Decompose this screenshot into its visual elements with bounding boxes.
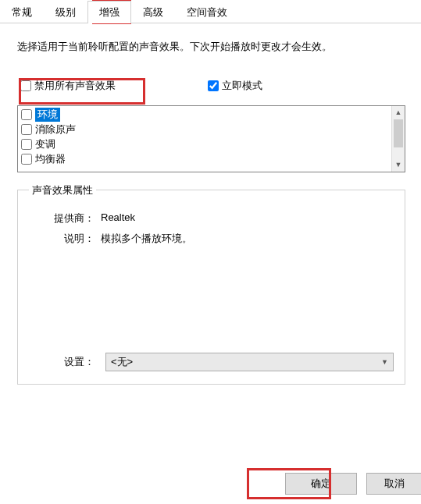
- scroll-thumb[interactable]: [394, 119, 403, 147]
- scroll-down-icon[interactable]: ▼: [392, 158, 405, 172]
- settings-row: 设置： <无> ▼: [29, 353, 394, 371]
- desc-row: 说明： 模拟多个播放环境。: [29, 232, 394, 246]
- disable-all-effects-input[interactable]: [20, 80, 31, 91]
- effects-list-inner: 环境 消除原声 变调 均衡器: [18, 106, 391, 172]
- tab-levels[interactable]: 级别: [44, 1, 87, 23]
- scroll-up-icon[interactable]: ▲: [392, 106, 405, 119]
- provider-row: 提供商： Realtek: [29, 211, 394, 225]
- scroll-track[interactable]: [392, 147, 405, 158]
- tab-general[interactable]: 常规: [0, 1, 44, 23]
- description-text: 选择适用于当前聆听配置的声音效果。下次开始播放时更改才会生效。: [17, 39, 405, 55]
- effect-checkbox[interactable]: [21, 139, 32, 150]
- tab-spatial[interactable]: 空间音效: [175, 1, 239, 23]
- effect-label: 环境: [35, 108, 60, 122]
- tab-strip: 常规 级别 增强 高级 空间音效: [0, 0, 421, 23]
- settings-label: 设置：: [29, 355, 101, 369]
- list-item[interactable]: 变调: [21, 137, 388, 152]
- ok-button[interactable]: 确定: [285, 473, 357, 495]
- effect-label: 变调: [35, 137, 55, 151]
- effect-checkbox[interactable]: [21, 124, 32, 135]
- desc-value: 模拟多个播放环境。: [101, 232, 394, 246]
- cancel-button[interactable]: 取消: [366, 473, 421, 495]
- provider-label: 提供商：: [29, 211, 101, 225]
- listbox-scrollbar[interactable]: ▲ ▼: [391, 106, 405, 172]
- immediate-mode-checkbox[interactable]: 立即模式: [205, 76, 266, 96]
- provider-value: Realtek: [101, 211, 394, 225]
- tab-advanced[interactable]: 高级: [131, 1, 175, 23]
- settings-value: <无>: [111, 355, 133, 369]
- settings-combobox[interactable]: <无> ▼: [105, 353, 394, 371]
- tab-enhancements[interactable]: 增强: [87, 1, 131, 23]
- effect-label: 消除原声: [35, 122, 76, 137]
- effect-checkbox[interactable]: [21, 109, 32, 120]
- effect-checkbox[interactable]: [21, 154, 32, 165]
- dialog-button-bar: 确定 取消: [285, 473, 421, 495]
- disable-all-effects-checkbox[interactable]: 禁用所有声音效果: [17, 76, 119, 96]
- disable-all-effects-label: 禁用所有声音效果: [34, 79, 116, 93]
- desc-label: 说明：: [29, 232, 101, 246]
- tab-content: 选择适用于当前聆听配置的声音效果。下次开始播放时更改才会生效。 禁用所有声音效果…: [0, 23, 421, 385]
- list-item[interactable]: 消除原声: [21, 122, 388, 137]
- effects-listbox[interactable]: 环境 消除原声 变调 均衡器 ▲ ▼: [17, 105, 405, 172]
- list-item[interactable]: 均衡器: [21, 152, 388, 167]
- chevron-down-icon: ▼: [381, 358, 388, 366]
- top-checkbox-row: 禁用所有声音效果 立即模式: [17, 76, 405, 96]
- effect-label: 均衡器: [35, 152, 66, 166]
- effect-properties-group: 声音效果属性 提供商： Realtek 说明： 模拟多个播放环境。 设置： <无…: [17, 183, 405, 385]
- groupbox-legend: 声音效果属性: [29, 183, 96, 197]
- immediate-mode-label: 立即模式: [222, 79, 262, 93]
- immediate-mode-input[interactable]: [208, 80, 219, 91]
- list-item[interactable]: 环境: [21, 108, 388, 122]
